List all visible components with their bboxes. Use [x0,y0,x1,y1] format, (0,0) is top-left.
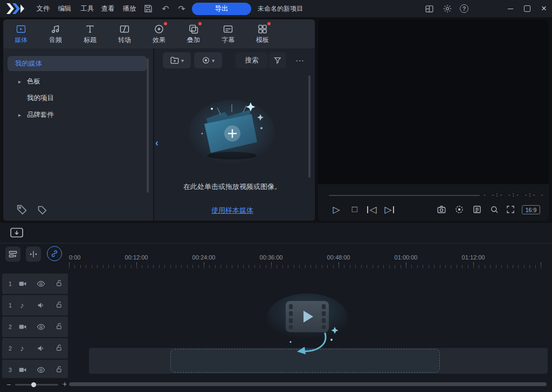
redo-icon[interactable]: ↷ [176,3,188,15]
video-track-icon [18,279,27,288]
tab-titles[interactable]: 标题 [73,19,107,48]
tag-icon[interactable] [16,204,28,215]
maximize-button[interactable] [524,5,530,12]
undo-icon[interactable]: ↶ [160,3,171,15]
use-sample-media-link[interactable]: 使用样本媒体 [154,206,310,215]
sidebar-scrollbar[interactable] [147,58,149,193]
filter-button[interactable] [269,52,286,68]
new-badge [164,22,167,25]
zoom-out-button[interactable]: − [4,380,13,389]
transitions-icon [119,24,130,34]
project-name: 未命名的新项目 [258,5,303,12]
track-header-video-3[interactable]: 3 [2,360,68,378]
eye-visibility-icon[interactable] [37,279,45,288]
filter-funnel-icon [273,56,282,65]
aspect-ratio-button[interactable]: 16:9 [522,205,540,214]
tab-overlays[interactable]: 叠加 [177,19,210,48]
audio-icon [50,24,61,34]
snap-toggle-button[interactable] [26,247,41,262]
track-header-video-2[interactable]: 2 [2,317,68,337]
menu-edit[interactable]: 编辑 [53,0,77,17]
markers-list-icon[interactable] [472,205,482,214]
render-preview-icon[interactable] [454,205,464,214]
empty-folder-illustration[interactable] [186,90,278,171]
sidebar-item-my-projects[interactable]: 我的项目 [27,94,54,102]
media-scrollbar[interactable] [308,75,310,178]
sidebar-item-color-boards[interactable]: 色板 [27,78,40,86]
tab-label: 媒体 [15,37,27,44]
eye-visibility-icon[interactable] [37,366,45,374]
timeline-horizontal-scrollbar[interactable] [69,382,547,386]
settings-gear-icon[interactable] [443,4,452,13]
menu-view[interactable]: 查看 [96,0,120,17]
video-track-icon [18,323,27,331]
tab-transitions[interactable]: 转场 [108,19,141,48]
close-button[interactable]: × [539,3,549,14]
search-button[interactable]: 搜索 [236,52,268,68]
previous-frame-button[interactable]: ◁ [365,203,378,216]
save-icon[interactable] [143,4,153,13]
speaker-icon[interactable] [37,301,45,310]
tab-audio[interactable]: 音频 [39,19,72,48]
export-button[interactable]: 导出 [192,3,251,15]
tab-label: 音频 [49,37,62,44]
menu-file[interactable]: 文件 [31,0,55,17]
minimize-button[interactable]: ─ [506,4,515,13]
tab-subtitles[interactable]: 字幕 [211,19,245,48]
help-icon[interactable]: ? [460,4,468,13]
eye-visibility-icon[interactable] [37,323,45,331]
ruler-label: 0:00 [69,254,80,261]
media-icon [16,24,26,34]
lock-open-icon[interactable] [55,279,64,288]
layout-icon[interactable] [425,4,434,13]
track-number: 2 [9,345,12,352]
chevron-right-icon[interactable]: ▸ [18,79,21,85]
ruler-label: 00:24:00 [192,254,216,261]
more-options-button[interactable]: ⋯ [292,52,307,68]
lock-open-icon[interactable] [55,344,64,352]
track-number: 3 [9,367,12,373]
fullscreen-icon[interactable] [506,205,515,214]
preview-viewer[interactable] [318,19,549,184]
track-header-audio-2[interactable]: 2 ♪ [2,338,68,359]
chevron-down-icon: ▾ [212,58,215,64]
next-frame-button[interactable]: ▷ [383,203,396,216]
zoom-fit-icon[interactable] [489,205,499,214]
tab-templates[interactable]: 模板 [246,19,279,48]
stop-button[interactable]: □ [348,203,361,216]
link-toggle-button[interactable] [47,246,62,261]
track-header-audio-1[interactable]: 1 ♪ [2,295,68,316]
lock-open-icon[interactable] [55,365,64,374]
play-button[interactable]: ▷ [330,203,343,216]
tab-label: 模板 [256,37,269,44]
snapshot-camera-icon[interactable] [437,205,446,214]
lock-open-icon[interactable] [55,300,64,309]
tag-outline-icon[interactable] [36,204,47,215]
timeline-display-icon[interactable] [10,227,24,240]
record-icon [202,56,210,65]
collapse-panel-handle[interactable]: ‹ [153,135,161,151]
sidebar-item-brand-kit[interactable]: 品牌套件 [27,111,54,119]
tab-media[interactable]: 媒体 [4,19,38,48]
app-logo [6,3,25,14]
templates-icon [257,24,268,34]
chevron-right-icon[interactable]: ▸ [18,112,21,118]
speaker-icon[interactable] [37,344,45,353]
menu-play[interactable]: 播放 [118,0,141,17]
music-note-icon: ♪ [17,300,27,310]
frame-bar [393,206,394,213]
sidebar-item-my-media-label[interactable]: 我的媒体 [15,60,42,68]
record-button[interactable]: ▾ [194,52,222,68]
track-header-video-1[interactable]: 1 [2,274,68,294]
tab-effects[interactable]: 效果 [142,19,176,48]
import-media-button[interactable]: ▾ [163,52,191,68]
seek-bar[interactable] [329,195,480,196]
lock-open-icon[interactable] [55,322,64,331]
chevron-down-icon: ▾ [181,58,184,64]
manage-tracks-button[interactable] [5,247,20,262]
timeline-zoom-slider[interactable] [15,384,58,386]
tab-label: 字幕 [222,37,234,44]
zoom-slider-handle[interactable] [31,382,36,387]
zoom-in-button[interactable]: + [60,380,69,388]
track-number: 1 [9,302,12,309]
